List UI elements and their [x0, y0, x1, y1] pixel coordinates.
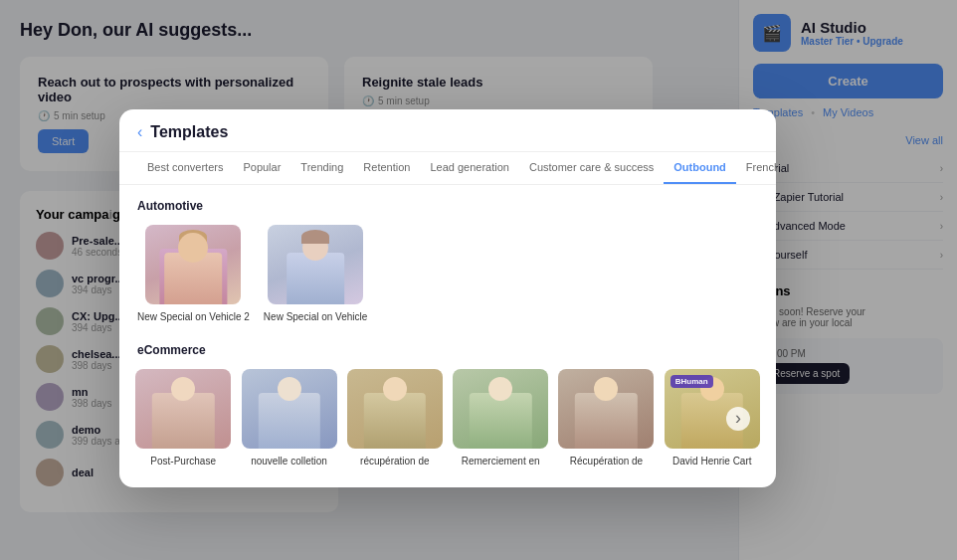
- ecommerce-section-title: eCommerce: [137, 343, 758, 357]
- template-card-vehicle2[interactable]: New Special on Vehicle 2: [137, 225, 250, 323]
- tab-lead-gen[interactable]: Lead generation: [420, 152, 519, 184]
- template-thumbnail: [347, 369, 443, 449]
- modal-header: ‹ Templates: [119, 109, 776, 152]
- modal-body: Automotive New Special on Vehicle 2: [119, 185, 776, 475]
- template-card-vehicle[interactable]: New Special on Vehicle: [264, 225, 368, 323]
- template-label: New Special on Vehicle: [264, 310, 368, 323]
- templates-modal: ‹ Templates Best converters Popular Tren…: [119, 109, 776, 487]
- template-label: New Special on Vehicle 2: [137, 310, 250, 323]
- tab-retention[interactable]: Retention: [353, 152, 420, 184]
- tab-french[interactable]: French: [736, 152, 776, 184]
- tab-best-converters[interactable]: Best converters: [137, 152, 233, 184]
- modal-tabs: Best converters Popular Trending Retenti…: [119, 152, 776, 185]
- template-card-remerciement[interactable]: Remerciement en: [455, 369, 546, 467]
- tab-outbound[interactable]: Outbound: [664, 152, 736, 184]
- scroll-right-arrow[interactable]: ›: [726, 407, 750, 431]
- template-thumbnail: [558, 369, 654, 449]
- template-thumbnail: [135, 369, 231, 449]
- template-card-nouvelle[interactable]: nouvelle colletion: [243, 369, 334, 467]
- template-card-post-purchase[interactable]: Post-Purchase: [137, 369, 229, 467]
- template-thumbnail: [242, 369, 337, 449]
- template-thumbnail: [268, 225, 363, 304]
- template-label: David Henrie Cart: [672, 455, 751, 467]
- ecommerce-grid: Post-Purchase nouvelle colletion: [137, 369, 758, 467]
- template-thumbnail: [453, 369, 548, 449]
- modal-title: Templates: [150, 123, 228, 141]
- back-button[interactable]: ‹: [137, 123, 142, 141]
- template-card-recuperation2[interactable]: Récupération de: [560, 369, 652, 467]
- template-label: Remerciement en: [462, 455, 540, 467]
- template-label: nouvelle colletion: [251, 455, 327, 467]
- template-thumbnail: [145, 225, 241, 304]
- tab-popular[interactable]: Popular: [233, 152, 290, 184]
- template-label: Récupération de: [570, 455, 643, 467]
- automotive-section-title: Automotive: [137, 199, 758, 213]
- template-label: récupération de: [360, 455, 430, 467]
- template-card-recuperation1[interactable]: récupération de: [349, 369, 441, 467]
- tab-trending[interactable]: Trending: [290, 152, 353, 184]
- template-label: Post-Purchase: [150, 455, 216, 467]
- automotive-grid: New Special on Vehicle 2 New Special on …: [137, 225, 758, 323]
- bhuman-badge: BHuman: [670, 375, 713, 388]
- tab-customer-care[interactable]: Customer care & success: [519, 152, 664, 184]
